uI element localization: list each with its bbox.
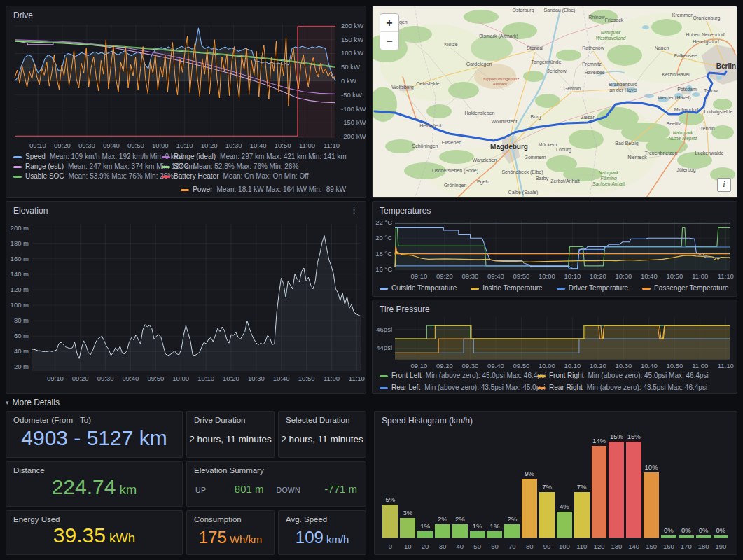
- svg-text:09:20: 09:20: [436, 272, 453, 280]
- histogram-bar: 7%: [539, 433, 556, 538]
- bar-value-label: 2%: [507, 515, 517, 523]
- histogram-x-tick: 120: [590, 542, 608, 550]
- svg-text:Naturpark: Naturpark: [673, 130, 693, 136]
- panel-map: WittingenKlötzeWolfsburgOebisfeldeHelmst…: [372, 6, 737, 198]
- consumption-value: 175 Wh/km: [187, 528, 274, 547]
- panel-menu-icon[interactable]: ⋮: [347, 204, 361, 215]
- legend-swatch-icon: [181, 189, 189, 191]
- route-map[interactable]: WittingenKlötzeWolfsburgOebisfeldeHelmst…: [373, 6, 737, 198]
- map-zoom-out-button[interactable]: −: [380, 32, 398, 50]
- svg-text:-50 kW: -50 kW: [341, 91, 362, 99]
- bar-value-label: 0%: [716, 526, 726, 534]
- legend-swatch-icon: [13, 156, 22, 158]
- histogram-x-tick: 130: [608, 542, 625, 550]
- svg-text:50 kW: 50 kW: [341, 63, 360, 71]
- svg-text:10:10: 10:10: [176, 141, 193, 149]
- svg-text:09:10: 09:10: [411, 272, 428, 280]
- svg-text:09:50: 09:50: [147, 374, 164, 382]
- svg-text:Nauen: Nauen: [655, 46, 669, 50]
- panel-energy-used: Energy Used 39.35 kWh: [6, 510, 183, 555]
- panel-title-temperatures: Temperatures: [380, 206, 431, 216]
- map-zoom-control[interactable]: + −: [380, 13, 399, 50]
- legend-swatch-icon: [380, 387, 388, 389]
- svg-text:44psi: 44psi: [376, 344, 392, 351]
- bar-value-label: 1%: [473, 522, 482, 530]
- svg-text:Rhinow: Rhinow: [588, 15, 605, 20]
- elevation-up-value: 801 m: [206, 483, 263, 495]
- legend-item[interactable]: Rear LeftMin (above zero): 43.5psi Max: …: [380, 383, 527, 393]
- legend-item[interactable]: Usable SOCMean: 53.9% Max: 76% Min: 26%: [13, 172, 152, 181]
- svg-text:Barby: Barby: [536, 176, 549, 181]
- legend-item[interactable]: Front LeftMin (above zero): 45.0psi Max:…: [380, 371, 527, 381]
- legend-item[interactable]: PowerMean: 18.1 kW Max: 164 kW Min: -89 …: [181, 185, 346, 195]
- svg-text:10:20: 10:20: [590, 272, 606, 280]
- legend-item[interactable]: Front RightMin (above zero): 45.0psi Max…: [537, 371, 721, 381]
- legend-item[interactable]: Inside Temperature: [471, 284, 546, 293]
- svg-text:10:40: 10:40: [250, 141, 267, 149]
- map-info-button[interactable]: i: [717, 178, 731, 192]
- svg-text:10:50: 10:50: [666, 362, 683, 370]
- panel-consumption: Consumption 175 Wh/km: [186, 510, 275, 555]
- svg-text:10:00: 10:00: [152, 141, 169, 149]
- svg-text:Ludwigsfelde: Ludwigsfelde: [704, 109, 733, 115]
- svg-text:Zerbst/Anhalt: Zerbst/Anhalt: [550, 178, 580, 183]
- svg-text:Ketzin/Havel: Ketzin/Havel: [662, 72, 690, 77]
- svg-text:10:50: 10:50: [298, 374, 315, 382]
- legend-swatch-icon: [13, 176, 22, 178]
- svg-text:Schöningen: Schöningen: [412, 144, 438, 149]
- legend-item[interactable]: Passenger Temperature: [642, 284, 733, 293]
- legend-item[interactable]: Outside Temperature: [380, 284, 461, 293]
- svg-text:09:40: 09:40: [487, 272, 504, 280]
- legend-item[interactable]: SpeedMean: 109 km/h Max: 192 km/h Min: 0…: [13, 152, 152, 162]
- histogram-bar: 2%: [434, 433, 452, 538]
- svg-text:46psi: 46psi: [376, 326, 392, 333]
- svg-text:Oebisfelde: Oebisfelde: [416, 81, 440, 86]
- legend-item[interactable]: Rear RightMin (above zero): 43.5psi Max:…: [537, 383, 721, 393]
- histogram-x-tick: 20: [417, 542, 434, 550]
- panel-title-tire-pressure: Tire Pressure: [380, 304, 430, 314]
- svg-text:Bismark (Altmark): Bismark (Altmark): [479, 34, 518, 39]
- elevation-summary-values: UP801 m DOWN-771 m: [195, 483, 357, 495]
- map-zoom-in-button[interactable]: +: [380, 14, 398, 32]
- legend-item[interactable]: Battery HeaterMean: On Max: On Min: Off: [162, 172, 350, 181]
- legend-swatch-icon: [162, 166, 170, 168]
- svg-text:10:20: 10:20: [590, 362, 606, 370]
- legend-item[interactable]: Range (est.)Mean: 247 km Max: 374 km Min…: [13, 162, 152, 172]
- bar-value-label: 1%: [490, 522, 500, 530]
- bar-value-label: 0%: [681, 526, 691, 534]
- bar-value-label: 2%: [438, 515, 447, 523]
- distance-unit: km: [116, 482, 137, 497]
- histogram-x-tick: 150: [643, 542, 660, 550]
- svg-text:Jüterbog: Jüterbog: [676, 167, 695, 173]
- stat-title: Elevation Summary: [194, 466, 264, 475]
- svg-text:18 °C: 18 °C: [375, 250, 392, 258]
- svg-text:10:10: 10:10: [564, 272, 581, 280]
- svg-text:100 m: 100 m: [11, 301, 29, 309]
- svg-text:10:20: 10:20: [223, 374, 239, 382]
- svg-text:Möckern: Möckern: [539, 142, 557, 147]
- legend-item[interactable]: Driver Temperature: [557, 284, 632, 293]
- drive-chart[interactable]: 200 kW150 kW100 kW50 kW0 kW-50 kW-100 kW…: [6, 6, 366, 150]
- svg-text:Naturpark: Naturpark: [601, 30, 621, 36]
- bar-value-label: 14%: [592, 437, 606, 444]
- drive-legend: SpeedMean: 109 km/h Max: 192 km/h Min: 0…: [13, 152, 360, 181]
- elevation-chart[interactable]: 200 m180 m160 m140 m120 m100 m80 m60 m40…: [6, 202, 366, 393]
- more-details-toggle[interactable]: ▾ More Details: [6, 396, 737, 409]
- svg-text:20 °C: 20 °C: [375, 234, 392, 241]
- drive-legend-power: PowerMean: 18.1 kW Max: 164 kW Min: -89 …: [181, 185, 356, 195]
- svg-text:-200 kW: -200 kW: [341, 132, 366, 140]
- tire-pressure-legend: Front LeftMin (above zero): 45.0psi Max:…: [380, 371, 731, 393]
- svg-text:Potsdam: Potsdam: [677, 87, 697, 92]
- legend-item[interactable]: SOCMean: 52.8% Max: 76% Min: 26%: [162, 162, 350, 172]
- panel-selected-duration: Selected Duration 2 hours, 11 minutes: [278, 411, 366, 458]
- svg-text:-100 kW: -100 kW: [341, 105, 366, 113]
- svg-text:150 kW: 150 kW: [341, 36, 363, 43]
- histogram-x-tick: 60: [486, 542, 504, 550]
- elevation-up-label: UP: [195, 486, 206, 494]
- grafana-dashboard: Drive 200 kW150 kW100 kW50 kW0 kW-50 kW-…: [0, 0, 743, 560]
- svg-text:Kremmen: Kremmen: [672, 13, 693, 18]
- svg-text:Berlin: Berlin: [716, 62, 736, 70]
- svg-text:Haldensleben: Haldensleben: [465, 111, 495, 115]
- legend-item[interactable]: Range (ideal)Mean: 297 km Max: 421 km Mi…: [162, 152, 350, 162]
- bar-value-label: 10%: [645, 463, 658, 471]
